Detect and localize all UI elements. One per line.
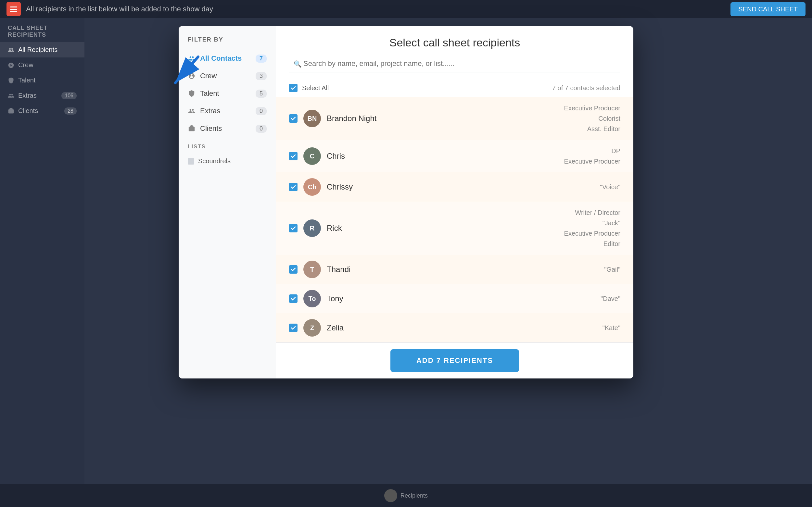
contact-name-rick: Rick [327,224,392,233]
filter-talent-icon [188,90,196,97]
contact-list: BN Brandon Night Executive ProducerColor… [276,97,633,342]
menu-icon[interactable] [6,2,21,16]
sidebar-item-talent[interactable]: Talent [0,73,85,88]
filter-crew-count: 3 [256,72,267,80]
filter-clients-label: Clients [200,124,222,133]
contact-roles-chris: DPExecutive Producer [564,146,620,167]
contact-row[interactable]: R Rick Writer / Director"Jack"Executive … [276,202,633,255]
bottom-bar-item-recipients[interactable]: Recipients [384,489,428,502]
contact-checkbox-brandon[interactable] [289,114,298,123]
svg-rect-0 [10,6,17,7]
contact-checkbox-tony[interactable] [289,294,298,303]
sidebar-item-all-recipients-label: All Recipients [18,46,57,54]
filter-all-contacts[interactable]: All Contacts 7 [179,50,276,67]
svg-rect-2 [10,11,17,12]
filter-extras[interactable]: Extras 0 [179,102,276,120]
avatar-thandi: T [303,261,321,278]
selected-count: 7 of 7 contacts selected [552,84,620,92]
contact-checkbox-chris[interactable] [289,152,298,160]
avatar-rick: R [303,219,321,237]
filter-clients-count: 0 [256,125,267,133]
avatar-tony: To [303,290,321,307]
filter-all-contacts-label: All Contacts [200,54,242,63]
contact-checkbox-zelia[interactable] [289,324,298,332]
contact-roles-chrissy: "Voice" [600,182,620,192]
search-input[interactable] [289,56,620,72]
filter-by-title: FILTER BY [179,36,276,50]
filter-talent[interactable]: Talent 5 [179,85,276,102]
filter-all-contacts-icon [188,55,196,62]
contact-row[interactable]: BN Brandon Night Executive ProducerColor… [276,97,633,140]
filter-talent-label: Talent [200,89,219,98]
filter-list-scoundrels-label: Scoundrels [198,157,231,165]
filter-extras-icon [188,107,196,115]
filter-crew[interactable]: Crew 3 [179,67,276,85]
filter-talent-count: 5 [256,90,267,98]
contact-checkbox-chrissy[interactable] [289,183,298,191]
filter-clients[interactable]: Clients 0 [179,120,276,137]
select-all-row: Select All 7 of 7 contacts selected [276,79,633,97]
sidebar-item-crew-label: Crew [18,61,34,69]
crew-icon [8,62,14,68]
sidebar-item-extras-count: 106 [61,92,77,99]
sidebar-item-clients-count: 28 [64,107,77,115]
contact-checkbox-rick[interactable] [289,224,298,232]
contact-name-zelia: Zelia [327,323,392,332]
contact-roles-tony: "Dave" [601,293,620,304]
list-icon [188,158,194,165]
filter-all-contacts-count: 7 [256,55,267,63]
svg-rect-1 [10,9,17,10]
contact-name-thandi: Thandi [327,265,392,274]
contact-name-tony: Tony [327,294,392,303]
sidebar-item-extras[interactable]: Extras 106 [0,88,85,103]
sidebar-item-clients[interactable]: Clients 28 [0,103,85,118]
filter-crew-label: Crew [200,72,217,80]
modal-filter-panel: FILTER BY All Contacts 7 Crew 3 [179,26,276,379]
sidebar-section-title: CALL SHEET RECIPIENTS [0,25,85,42]
filter-extras-label: Extras [200,107,220,115]
select-all-label: Select All [302,84,329,92]
bottom-bar-avatar [384,489,397,502]
search-container: 🔍 [289,56,620,72]
contact-roles-zelia: "Kate" [603,323,620,333]
avatar-chris: C [303,147,321,165]
sidebar-item-crew[interactable]: Crew [0,57,85,73]
contact-roles-thandi: "Gail" [604,264,620,275]
people-icon [8,47,14,53]
select-all-checkbox[interactable] [289,84,298,92]
modal: FILTER BY All Contacts 7 Crew 3 [179,26,633,379]
contact-name-chris: Chris [327,152,392,161]
send-call-sheet-button[interactable]: SEND CALL SHEET [730,2,806,16]
filter-extras-count: 0 [256,107,267,115]
contact-row[interactable]: Ch Chrissy "Voice" [276,172,633,202]
filter-crew-icon [188,72,196,80]
contact-row[interactable]: Z Zelia "Kate" [276,313,633,342]
avatar-zelia: Z [303,319,321,337]
contact-row[interactable]: To Tony "Dave" [276,284,633,313]
extras-icon [8,93,14,99]
modal-main: Select call sheet recipients 🔍 Select Al… [276,26,633,379]
sidebar-item-all-recipients[interactable]: All Recipients [0,42,85,57]
top-bar: All recipients in the list below will be… [0,0,812,18]
add-recipients-button[interactable]: ADD 7 RECIPIENTS [391,349,519,372]
contact-checkbox-thandi[interactable] [289,265,298,274]
contact-row[interactable]: C Chris DPExecutive Producer [276,140,633,172]
filter-clients-icon [188,125,196,132]
lists-title: LISTS [179,137,276,154]
contact-row[interactable]: T Thandi "Gail" [276,255,633,284]
contact-roles-rick: Writer / Director"Jack"Executive Produce… [564,208,620,249]
bottom-bar-recipients-label: Recipients [401,492,428,499]
sidebar-item-talent-label: Talent [18,76,36,84]
bottom-bar: Recipients [0,484,812,507]
filter-list-scoundrels[interactable]: Scoundrels [179,154,276,169]
sidebar: CALL SHEET RECIPIENTS All Recipients Cre… [0,18,85,507]
modal-title: Select call sheet recipients [289,36,620,49]
sidebar-item-clients-label: Clients [18,107,38,115]
avatar-chrissy: Ch [303,178,321,196]
contact-name-chrissy: Chrissy [327,182,392,191]
modal-header: Select call sheet recipients 🔍 [276,26,633,79]
contact-roles-brandon: Executive ProducerColoristAsst. Editor [564,103,620,134]
contact-name-brandon: Brandon Night [327,114,392,123]
search-icon: 🔍 [294,60,302,68]
modal-footer: ADD 7 RECIPIENTS [276,342,633,379]
